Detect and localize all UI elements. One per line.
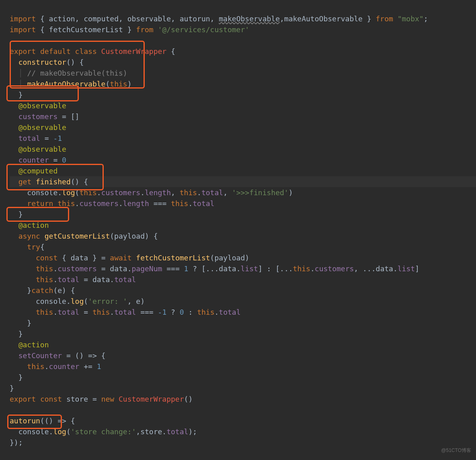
line: export const store = new CustomerWrapper… <box>10 395 193 403</box>
line: } <box>10 330 23 338</box>
watermark: @51CTO博客 <box>441 445 471 456</box>
line: const { data } = await fetchCustomerList… <box>10 254 249 262</box>
line: import { fetchCustomerList } from '@/ser… <box>10 25 249 34</box>
line: this.total = data.total <box>10 275 136 284</box>
line: console.log('error: ', e) <box>10 297 145 305</box>
line: this.counter += 1 <box>10 362 101 371</box>
line: } <box>10 210 23 219</box>
line: customers = [] <box>10 112 79 121</box>
line: autorun(() => { <box>10 417 75 425</box>
line: counter = 0 <box>10 156 66 164</box>
line: this.total = this.total === -1 ? 0 : thi… <box>10 308 241 316</box>
line: try{ <box>10 243 45 251</box>
line: @action <box>10 340 49 349</box>
line: import { action, computed, observable, a… <box>10 14 428 23</box>
line: constructor() { <box>10 58 84 66</box>
line: @action <box>10 221 49 229</box>
line: console.log('store change:',store.total)… <box>10 427 197 436</box>
line-highlighted: get finished() { <box>10 176 476 187</box>
line: │ // makeObservable(this) <box>10 69 127 77</box>
line: } <box>10 373 23 382</box>
line: } <box>10 319 31 327</box>
line: export default class CustomerWrapper { <box>10 47 175 56</box>
line: this.customers = data.pageNum === 1 ? [.… <box>10 264 419 273</box>
line: async getCustomerList(payload) { <box>10 232 158 240</box>
line: }catch(e) { <box>10 286 75 295</box>
line: setCounter = () => { <box>10 351 105 360</box>
line: console.log(this.customers.length, this.… <box>10 188 293 197</box>
code-editor[interactable]: import { action, computed, observable, a… <box>0 0 476 450</box>
line: total = -1 <box>10 134 62 142</box>
line: } <box>10 384 14 392</box>
line: │ makeAutoObservable(this) <box>10 80 132 88</box>
line: }); <box>10 438 23 447</box>
line: @observable <box>10 145 66 153</box>
line: @observable <box>10 123 66 132</box>
line: @observable <box>10 101 66 110</box>
line: return this.customers.length === this.to… <box>10 199 214 208</box>
line: } <box>10 91 23 99</box>
line: @computed <box>10 167 57 175</box>
